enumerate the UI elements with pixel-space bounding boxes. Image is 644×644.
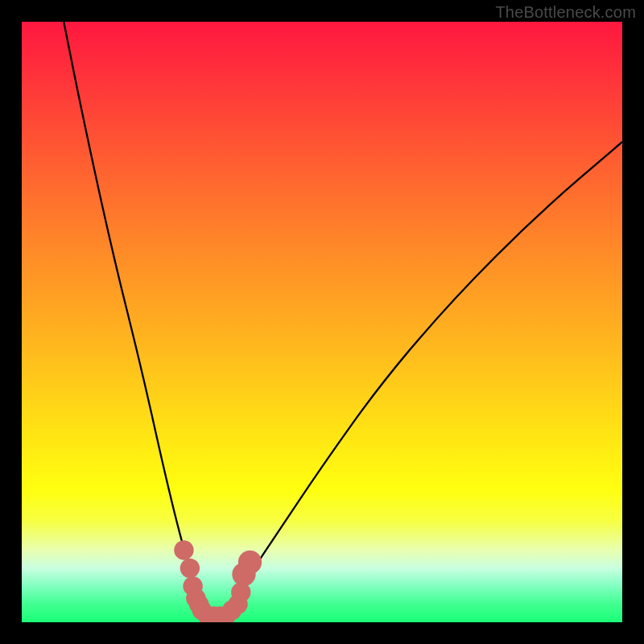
chart-frame: TheBottleneck.com bbox=[0, 0, 644, 644]
marker-group bbox=[174, 540, 262, 622]
curve-marker bbox=[174, 540, 193, 559]
curve-marker bbox=[238, 551, 262, 574]
curve-marker bbox=[180, 559, 200, 578]
bottleneck-curve-svg bbox=[22, 22, 622, 622]
plot-area bbox=[22, 22, 622, 622]
bottleneck-curve-path bbox=[64, 22, 622, 617]
watermark-text: TheBottleneck.com bbox=[495, 3, 636, 22]
